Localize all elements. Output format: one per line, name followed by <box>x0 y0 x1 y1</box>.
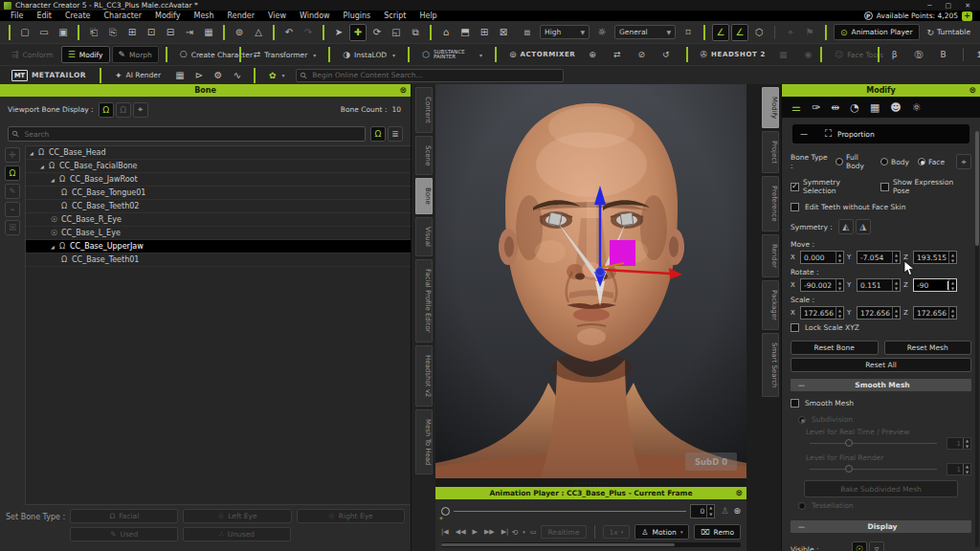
timeline-curve-icon[interactable]: ∿ <box>229 67 246 84</box>
tree-row[interactable]: ◢ Ω CC_Base_JawRoot <box>26 173 411 187</box>
render-image-icon[interactable]: ▦ <box>171 67 189 84</box>
tree-row[interactable]: ◢ Ω CC_Base_UpperJaw <box>26 240 411 253</box>
ribbon-button[interactable]: ▦▾ <box>773 46 797 63</box>
ribbon-button[interactable]: ⬡SUBSTANCE PAINTER▾ <box>416 46 488 63</box>
ribbon-button[interactable]: ⊘▾ <box>632 46 655 63</box>
scrollbar-thumb[interactable] <box>975 131 979 246</box>
close-button[interactable]: ✕ <box>965 2 970 10</box>
paint-weight-icon[interactable]: ⌁ <box>5 202 20 217</box>
set-bone-type-button[interactable]: ΩFacial <box>70 509 178 523</box>
add-bone-icon[interactable]: ✛ <box>5 147 20 163</box>
delete-bone-icon[interactable]: ☒ <box>5 220 20 235</box>
edit-bone-icon[interactable]: ✎ <box>5 184 20 199</box>
move-tool-icon[interactable]: ✚ <box>349 24 367 41</box>
render-stack-icon[interactable]: ⧈ <box>519 24 536 41</box>
side-tab[interactable]: Facial Profile Editor <box>415 259 433 342</box>
loop-icon[interactable]: ⟲ <box>512 528 519 537</box>
menu-item[interactable]: Edit <box>30 11 58 20</box>
metatailor-button[interactable]: MT METATAILOR <box>6 67 92 84</box>
reset-bone-button[interactable]: Reset Bone <box>791 341 879 355</box>
bone-mode-icon[interactable]: Ω <box>5 165 20 181</box>
ribbon-button[interactable]: ⇄▾ <box>608 46 631 63</box>
camera-icon[interactable]: ⌑ <box>679 24 697 41</box>
panel-drag-handle[interactable]: ········· <box>435 478 746 487</box>
walk-person-icon[interactable]: ♙ <box>721 506 728 516</box>
caption-icon[interactable]: ▭ <box>530 528 537 536</box>
ribbon-button[interactable]: ◑InstaLOD▾ <box>337 46 401 63</box>
side-tab[interactable]: Content <box>415 87 433 133</box>
side-tab[interactable]: Project <box>762 131 779 173</box>
add-points-button[interactable]: + <box>962 11 972 21</box>
pick-bone-icon[interactable]: ⌖ <box>956 154 971 169</box>
set-bone-type-button[interactable]: ☉Left Eye <box>183 509 291 523</box>
preview-level-slider[interactable] <box>810 443 937 444</box>
preview-level-field[interactable]: 1▲▼ <box>947 437 971 450</box>
scale-y-field[interactable]: 172.656▲▼ <box>857 306 901 320</box>
move-x-field[interactable]: 0.000▲▼ <box>800 251 844 264</box>
maximize-button[interactable]: ▢ <box>946 2 952 10</box>
show-bones-icon[interactable]: Ω <box>99 102 114 118</box>
menu-item[interactable]: Mesh <box>188 11 221 20</box>
send-to-icon[interactable]: ⇥ <box>181 24 198 41</box>
move-y-field[interactable]: -7.054▲▼ <box>857 251 901 264</box>
go-start-icon[interactable]: |◀ <box>441 528 449 536</box>
ribbon-button[interactable]: ⎔Create Character▾ <box>174 46 258 63</box>
side-tab[interactable]: Smart Search <box>762 333 779 397</box>
move-z-field[interactable]: 193.515▲▼ <box>913 251 957 264</box>
side-tab[interactable]: Render <box>762 234 779 277</box>
online-search-input[interactable] <box>310 70 558 80</box>
export-3d-icon[interactable]: ⊞ <box>123 24 141 41</box>
tree-row[interactable]: ◢ Ω CC_Base_Tongue01 <box>26 187 411 200</box>
bone-filter-icon[interactable]: Ω <box>370 126 386 142</box>
tree-row[interactable]: ◢ Ω CC_Base_Head <box>26 146 411 160</box>
side-tab[interactable]: Preference <box>762 176 779 231</box>
next-frame-icon[interactable]: ▶▶ <box>484 528 495 536</box>
pivot-tool-icon[interactable]: ⧉ <box>407 24 424 41</box>
render-settings-icon[interactable]: ⚙ <box>210 67 227 84</box>
tessellation-radio[interactable] <box>798 502 806 510</box>
export-fbx-icon[interactable]: ⊡ <box>143 24 160 41</box>
scrollbar-thumb[interactable] <box>441 543 675 546</box>
expand-arrow-icon[interactable]: ◢ <box>51 244 59 250</box>
side-tab[interactable]: Bone <box>415 178 433 214</box>
timeline-scrollbar[interactable] <box>441 542 741 547</box>
export-usd-icon[interactable]: ⊟ <box>162 24 179 41</box>
ai-render-button[interactable]: ✦ AI Render <box>109 67 167 84</box>
motion-button[interactable]: ♙ Motion ▾ <box>635 524 689 540</box>
menu-item[interactable]: Script <box>377 11 412 20</box>
proportion-tab-icon[interactable]: ⇹ <box>831 101 839 114</box>
bone-type-radio[interactable]: Face <box>918 158 945 166</box>
scale-z-field[interactable]: 172.656▲▼ <box>913 306 957 320</box>
menu-item[interactable]: Plugins <box>337 11 378 20</box>
smooth-mesh-checkbox[interactable] <box>791 399 799 408</box>
side-tab[interactable]: Visual <box>415 217 433 256</box>
minimize-button[interactable]: ─ <box>927 2 931 10</box>
smooth-mesh-section-header[interactable]: — Smooth Mesh <box>791 379 971 391</box>
expand-arrow-icon[interactable]: ◢ <box>51 177 59 183</box>
menu-item[interactable]: File <box>4 11 30 20</box>
ribbon-button[interactable]: ⓑ <box>908 46 932 63</box>
save-project-icon[interactable]: ▣ <box>55 24 72 41</box>
side-tab[interactable]: Headshot v2 <box>415 345 433 407</box>
realtime-button[interactable]: Realtime <box>541 525 586 539</box>
frame-spinner[interactable]: ▲▼ <box>706 505 714 518</box>
scale-tool-icon[interactable]: ◱ <box>388 24 405 41</box>
head-tab-icon[interactable]: ☻ <box>890 101 901 114</box>
rig-tab-icon[interactable]: ⚛ <box>912 101 922 114</box>
ribbon-button[interactable]: β <box>886 46 907 63</box>
ribbon-button[interactable]: ↥ <box>970 46 980 63</box>
ribbon-button[interactable]: ☺Face Tools▾ <box>829 46 889 63</box>
maximize-view-icon[interactable]: ⊠ <box>495 24 512 41</box>
tree-row[interactable]: ◢ Ω CC_Base_Teeth02 <box>26 200 411 213</box>
loop-dropdown-icon[interactable]: ▾ <box>523 529 525 535</box>
rotate-tool-icon[interactable]: ⟳ <box>368 24 386 41</box>
proportion-section-header[interactable]: — ⛶ Proportion <box>792 124 969 143</box>
menu-item[interactable]: Character <box>97 11 148 20</box>
viewport-3d[interactable]: SubD 0 <box>435 84 746 478</box>
preview-mode-dropdown[interactable]: General▼ <box>614 25 676 39</box>
wireframe-icon[interactable]: ▿ <box>869 541 884 551</box>
tree-row[interactable]: ◢ ☉ CC_Base_L_Eye <box>26 227 411 240</box>
mirror-right-icon[interactable]: ◮ <box>856 219 871 234</box>
ribbon-button[interactable]: ⇄Transformer▾ <box>248 46 323 63</box>
rotate-z-field[interactable]: -90▲▼ <box>913 278 957 292</box>
